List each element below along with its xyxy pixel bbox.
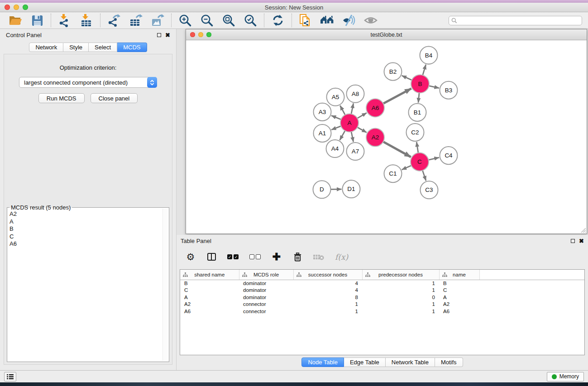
graph-node-A2[interactable]: A2 [366, 128, 384, 146]
column-header[interactable]: MCDS role [239, 270, 293, 280]
zoom-network-button[interactable] [206, 32, 211, 37]
column-header[interactable]: name [439, 270, 479, 280]
result-item[interactable]: A6 [8, 240, 162, 248]
clone-network-icon[interactable] [298, 13, 313, 28]
graph-node-D1[interactable]: D1 [343, 180, 360, 198]
search-field[interactable] [449, 16, 582, 25]
zoom-window-button[interactable] [23, 5, 28, 10]
graph-node-C1[interactable]: C1 [384, 165, 402, 182]
graph-edge-B-B3[interactable] [429, 86, 439, 88]
save-session-icon[interactable] [30, 13, 44, 28]
graph-node-A8[interactable]: A8 [347, 85, 364, 103]
graph-node-A6[interactable]: A6 [366, 99, 384, 117]
show-columns-icon[interactable] [206, 253, 216, 261]
graph-edge-B-B1[interactable] [418, 93, 419, 103]
result-item[interactable]: B [8, 225, 162, 233]
graph-node-B4[interactable]: B4 [420, 47, 438, 64]
graph-node-A7[interactable]: A7 [347, 143, 364, 160]
graph-edge-A-A7[interactable] [351, 132, 354, 142]
graph-edge-A-A4[interactable] [340, 131, 345, 140]
tab-motifs[interactable]: Motifs [435, 357, 463, 367]
open-session-icon[interactable] [8, 13, 23, 28]
node-table[interactable]: shared nameMCDS rolesuccessor nodesprede… [180, 269, 585, 355]
table-row[interactable]: A6connector11A6 [180, 308, 584, 315]
graph-node-D[interactable]: D [313, 181, 331, 198]
tab-network-table[interactable]: Network Table [386, 357, 435, 367]
resize-grip-icon[interactable] [580, 227, 586, 233]
tab-node-table[interactable]: Node Table [301, 357, 344, 367]
memory-button[interactable]: Memory [547, 372, 584, 381]
graph-node-A4[interactable]: A4 [326, 140, 344, 157]
export-table-icon[interactable] [129, 13, 143, 28]
function-builder-icon[interactable]: f(x) [335, 253, 348, 262]
column-header[interactable]: successor nodes [293, 270, 362, 280]
optimization-criterion-select[interactable]: largest connected component (directed) [19, 77, 157, 88]
table-row[interactable]: A2connector11A2 [180, 301, 584, 308]
table-row[interactable]: Bdominator41B [180, 280, 584, 287]
table-header-row[interactable]: shared nameMCDS rolesuccessor nodesprede… [180, 270, 584, 280]
column-header[interactable]: shared name [180, 270, 239, 280]
graph-edge-B-B2[interactable] [402, 76, 412, 80]
graph-edge-C-C2[interactable] [416, 142, 418, 153]
result-item[interactable]: A [8, 218, 162, 226]
zoom-selected-icon[interactable] [243, 13, 258, 28]
result-item[interactable]: C [8, 233, 162, 241]
close-network-button[interactable] [190, 32, 195, 37]
tab-edge-table[interactable]: Edge Table [344, 357, 386, 367]
graph-node-C2[interactable]: C2 [406, 124, 424, 141]
close-panel-icon[interactable]: ✖ [165, 32, 170, 38]
result-scrollbar[interactable] [163, 209, 168, 361]
graph-node-A5[interactable]: A5 [327, 88, 344, 106]
first-neighbors-icon[interactable] [320, 13, 335, 28]
graph-node-A3[interactable]: A3 [314, 103, 331, 121]
network-canvas[interactable]: B4B2BB3A8A5A6A3B1AC2A1A2A4A7C4CC1C3DD1 [186, 40, 587, 234]
result-item[interactable]: A2 [8, 210, 162, 218]
task-history-button[interactable] [4, 372, 16, 381]
table-row[interactable]: Cdominator41C [180, 287, 584, 294]
graph-edge-C-C4[interactable] [429, 157, 439, 160]
graph-node-C4[interactable]: C4 [440, 147, 458, 164]
graph-node-B2[interactable]: B2 [384, 63, 402, 81]
graph-edge-A-A1[interactable] [331, 126, 341, 130]
graph-edge-A2-C[interactable] [383, 142, 411, 157]
graph-edge-A-A5[interactable] [340, 105, 345, 115]
unselect-all-columns-icon[interactable] [249, 254, 261, 259]
run-mcds-button[interactable]: Run MCDS [38, 93, 85, 103]
graph-edge-A-A2[interactable] [357, 127, 366, 132]
close-window-button[interactable] [5, 5, 10, 10]
graph-node-C[interactable]: C [411, 153, 429, 171]
close-panel-button[interactable]: Close panel [91, 93, 138, 103]
graph-edge-C-C3[interactable] [422, 171, 426, 181]
import-network-icon[interactable] [57, 13, 72, 28]
zoom-in-icon[interactable] [178, 13, 192, 28]
graph-node-A1[interactable]: A1 [314, 124, 331, 142]
graph-node-B3[interactable]: B3 [440, 81, 458, 99]
add-column-icon[interactable]: ✚ [272, 252, 282, 262]
graph-edge-A-A6[interactable] [357, 113, 367, 118]
import-table-icon[interactable] [79, 13, 94, 28]
tab-network[interactable]: Network [29, 43, 63, 52]
graph-edge-B-B4[interactable] [423, 65, 426, 75]
zoom-fit-icon[interactable] [221, 13, 236, 28]
tab-select[interactable]: Select [89, 43, 117, 52]
search-input[interactable] [459, 17, 579, 24]
graph-node-C3[interactable]: C3 [421, 181, 438, 199]
graph-edge-C-C1[interactable] [402, 166, 411, 170]
show-graphics-details-icon[interactable] [363, 13, 378, 28]
zoom-out-icon[interactable] [200, 13, 214, 28]
delete-columns-icon[interactable] [292, 252, 302, 262]
float-table-panel-icon[interactable] [571, 239, 575, 243]
minimize-window-button[interactable] [14, 5, 19, 10]
column-header[interactable]: predecessor nodes [362, 270, 439, 280]
graph-node-B1[interactable]: B1 [409, 104, 426, 121]
table-settings-icon[interactable]: ⚙ [186, 252, 196, 262]
delete-table-icon[interactable] [313, 254, 324, 260]
graph-edge-A6-B[interactable] [383, 89, 411, 104]
close-table-panel-icon[interactable]: ✖ [579, 238, 584, 244]
float-panel-icon[interactable] [157, 33, 161, 37]
graph-node-A[interactable]: A [340, 114, 359, 132]
refresh-layout-icon[interactable] [271, 13, 285, 28]
export-network-icon[interactable] [107, 13, 121, 28]
tab-style[interactable]: Style [63, 43, 89, 52]
table-row[interactable]: Adominator80A [180, 294, 584, 301]
